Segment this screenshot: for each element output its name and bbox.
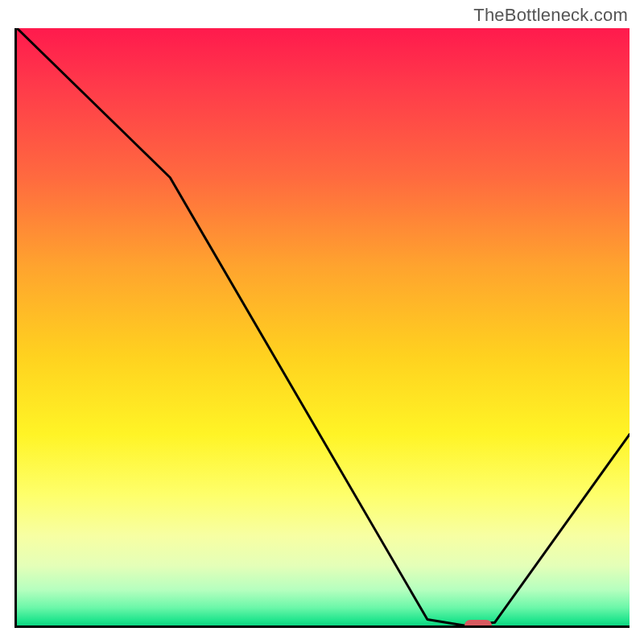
curve-svg: [17, 28, 630, 625]
curve-path: [17, 28, 630, 625]
plot-area: [14, 28, 630, 628]
optimum-marker: [464, 620, 492, 628]
watermark-text: TheBottleneck.com: [473, 5, 628, 26]
